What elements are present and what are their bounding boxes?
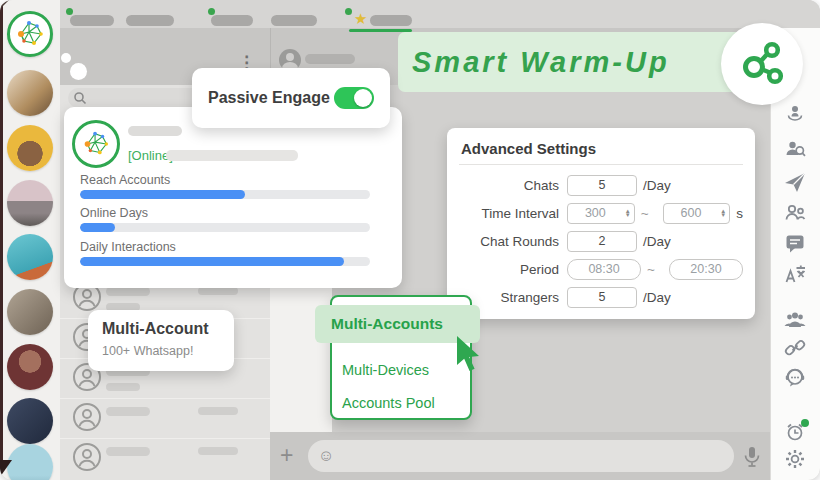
avatar-man[interactable] — [7, 398, 53, 444]
progress-track — [80, 223, 370, 232]
user-status-icon[interactable] — [783, 102, 807, 126]
tooltip-title: Multi-Account — [102, 320, 220, 338]
setting-row-period: Period 08:30 ~ 20:30 — [459, 255, 743, 283]
chat-icon[interactable] — [783, 231, 807, 255]
metric-label: Online Days — [80, 206, 148, 220]
profile-card: [Online] Reach Accounts Online Days Dail… — [64, 107, 402, 288]
setting-row-chat-rounds: Chat Rounds 2 /Day — [459, 227, 743, 255]
passive-engage-label: Passive Engage — [208, 89, 330, 107]
placeholder-bar — [106, 447, 150, 456]
menu-item-accounts-pool[interactable]: Accounts Pool — [342, 395, 435, 411]
advanced-settings-title: Advanced Settings — [461, 140, 743, 157]
setting-label: Chat Rounds — [459, 234, 559, 249]
tooltip-subtitle: 100+ Whatsapp! — [102, 344, 220, 358]
brand-logo[interactable] — [7, 11, 53, 57]
link-icon[interactable] — [783, 336, 807, 360]
divider — [459, 164, 743, 165]
cursor-icon — [455, 336, 487, 374]
placeholder-bar — [106, 407, 150, 416]
progress-fill — [80, 257, 344, 266]
avatar-dog[interactable] — [7, 125, 53, 171]
network-logo-icon — [80, 128, 112, 160]
progress-track — [80, 190, 370, 199]
setting-suffix: /Day — [643, 178, 671, 193]
setting-row-time-interval: Time Interval 300▲▼ ~ 600▲▼ s — [459, 199, 743, 227]
setting-row-chats: Chats 5 /Day — [459, 171, 743, 199]
setting-suffix: /Day — [643, 290, 671, 305]
search-icon — [73, 91, 87, 105]
period-start-input[interactable]: 08:30 — [567, 259, 641, 280]
placeholder-bar — [128, 126, 182, 136]
page-edge-ribbon — [0, 0, 3, 462]
placeholder-bar — [106, 287, 150, 296]
contacts-icon[interactable] — [783, 201, 807, 225]
setting-label: Period — [459, 262, 559, 277]
progress-fill — [80, 190, 245, 199]
user-search-icon[interactable] — [783, 137, 807, 161]
tab-placeholder[interactable] — [271, 15, 317, 26]
metric-label: Daily Interactions — [80, 240, 176, 254]
time-interval-min-input[interactable]: 300▲▼ — [567, 203, 635, 224]
support-icon[interactable] — [783, 365, 807, 389]
passive-engage-toggle[interactable] — [334, 87, 374, 109]
message-input[interactable] — [308, 440, 734, 472]
chat-list-item[interactable] — [60, 398, 270, 439]
feature-banner: Smart Warm-Up — [398, 32, 756, 92]
menu-item-label: Multi-Accounts — [331, 315, 443, 333]
avatar-woman[interactable] — [7, 344, 53, 390]
spinner-icon[interactable]: ▲▼ — [720, 209, 726, 218]
settings-icon[interactable] — [783, 447, 807, 471]
setting-label: Strangers — [459, 290, 559, 305]
avatar-building[interactable] — [7, 180, 53, 226]
chats-input[interactable]: 5 — [567, 175, 637, 196]
timer-notification-dot — [801, 419, 809, 427]
placeholder-bar — [305, 54, 355, 64]
group-icon[interactable] — [783, 308, 807, 332]
passive-engage-card: Passive Engage — [192, 68, 390, 128]
star-icon: ★ — [354, 11, 367, 26]
app-window: ★ ⋮ + ☺ — [0, 0, 820, 480]
setting-label: Chats — [459, 178, 559, 193]
contact-avatar-icon — [72, 442, 102, 472]
tab-status-dot — [208, 8, 215, 15]
tab-placeholder[interactable] — [126, 15, 174, 26]
time-interval-max-input[interactable]: 600▲▼ — [663, 203, 731, 224]
tab-status-dot — [66, 8, 73, 15]
attach-plus-icon[interactable]: + — [280, 442, 293, 469]
mic-icon[interactable] — [742, 446, 762, 468]
placeholder-bar — [166, 150, 298, 161]
bubble-dot — [61, 53, 71, 63]
profile-logo-avatar — [72, 120, 120, 168]
menu-item-multi-devices[interactable]: Multi-Devices — [342, 362, 429, 378]
tab-placeholder[interactable] — [70, 15, 114, 26]
tab-placeholder-active[interactable] — [370, 15, 412, 26]
advanced-settings-card: Advanced Settings Chats 5 /Day Time Inte… — [447, 128, 755, 319]
strangers-input[interactable]: 5 — [567, 287, 637, 308]
setting-row-strangers: Strangers 5 /Day — [459, 283, 743, 311]
avatar-teal-tower[interactable] — [7, 234, 53, 280]
avatar-cat2[interactable] — [7, 289, 53, 335]
page-edge-tip — [0, 460, 12, 477]
progress-fill — [80, 223, 115, 232]
contact-avatar-icon — [72, 402, 102, 432]
avatar-cats[interactable] — [7, 70, 53, 116]
placeholder-bar — [198, 447, 238, 455]
tab-placeholder[interactable] — [211, 15, 253, 26]
translate-icon[interactable] — [783, 262, 807, 286]
period-end-input[interactable]: 20:30 — [669, 259, 743, 280]
share-network-icon — [738, 40, 786, 88]
banner-title: Smart Warm-Up — [412, 46, 670, 79]
tab-status-dot — [345, 8, 352, 15]
chat-list-item[interactable] — [60, 438, 270, 478]
metric-label: Reach Accounts — [80, 173, 170, 187]
page-corner-wedge — [0, 0, 9, 9]
share-badge — [721, 23, 803, 105]
spinner-icon[interactable]: ▲▼ — [625, 209, 631, 218]
send-icon[interactable] — [783, 170, 807, 194]
progress-track — [80, 257, 370, 266]
setting-label: Time Interval — [459, 206, 559, 221]
setting-suffix: /Day — [643, 234, 671, 249]
chat-rounds-input[interactable]: 2 — [567, 231, 637, 252]
tab-strip — [60, 0, 820, 28]
emoji-icon[interactable]: ☺ — [318, 447, 334, 465]
